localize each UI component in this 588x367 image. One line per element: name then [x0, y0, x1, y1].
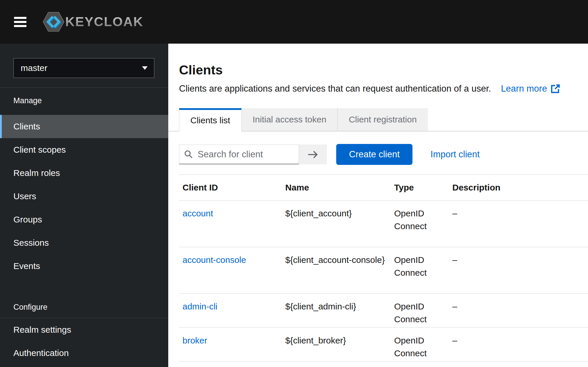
- column-header-description: Description: [449, 183, 588, 193]
- sidebar-item-authentication[interactable]: Authentication: [0, 341, 168, 365]
- clients-table: Client ID Name Type Description account …: [179, 174, 588, 362]
- sidebar-section-configure: Configure: [0, 278, 168, 312]
- page-description-row: Clients are applications and services th…: [179, 83, 588, 95]
- table-row: account ${client_account} OpenID Connect…: [179, 201, 588, 247]
- table-row: broker ${client_broker} OpenID Connect –: [179, 328, 588, 362]
- external-link-icon: [550, 84, 560, 94]
- client-id-link[interactable]: account-console: [179, 247, 282, 293]
- create-client-button[interactable]: Create client: [336, 144, 412, 165]
- top-bar: KEYCLOAK: [0, 0, 588, 44]
- chevron-down-icon: [142, 66, 148, 70]
- sidebar-item-client-scopes[interactable]: Client scopes: [0, 138, 168, 161]
- client-id-link[interactable]: admin-cli: [179, 294, 282, 327]
- search-group: [179, 145, 327, 164]
- client-type: OpenID Connect: [391, 247, 449, 293]
- sidebar-item-groups[interactable]: Groups: [0, 208, 168, 231]
- sidebar-nav-manage: Clients Client scopes Realm roles Users …: [0, 115, 168, 278]
- main-content: Clients Clients are applications and ser…: [168, 44, 588, 367]
- tab-bar: Clients list Initial access token Client…: [168, 108, 588, 131]
- sidebar-item-clients[interactable]: Clients: [0, 115, 168, 138]
- page-layout: master Manage Clients Client scopes Real…: [0, 44, 588, 367]
- client-description: –: [449, 247, 588, 293]
- column-header-name: Name: [282, 183, 391, 193]
- sidebar-item-sessions[interactable]: Sessions: [0, 231, 168, 254]
- arrow-right-icon: [308, 150, 318, 159]
- page-title: Clients: [179, 62, 588, 78]
- table-header-row: Client ID Name Type Description: [179, 174, 588, 201]
- sidebar: master Manage Clients Client scopes Real…: [0, 44, 168, 367]
- keycloak-hexagon-icon: [43, 12, 64, 32]
- client-type: OpenID Connect: [391, 294, 449, 327]
- client-name: ${client_broker}: [282, 328, 391, 361]
- sidebar-nav-configure: Realm settings Authentication: [0, 318, 168, 365]
- keycloak-logo: KEYCLOAK: [43, 12, 144, 32]
- client-name: ${client_account}: [282, 201, 391, 247]
- tab-initial-access-token[interactable]: Initial access token: [242, 108, 337, 131]
- keycloak-admin-console: KEYCLOAK master Manage Clients Client sc…: [0, 0, 588, 367]
- client-description: –: [449, 328, 588, 361]
- realm-selector-value: master: [21, 63, 47, 73]
- tab-clients-list[interactable]: Clients list: [179, 108, 242, 131]
- brand-text: KEYCLOAK: [65, 14, 144, 29]
- tab-bar-filler: [428, 108, 588, 131]
- realm-selector[interactable]: master: [13, 58, 154, 78]
- client-description: –: [449, 294, 588, 327]
- client-name: ${client_account-console}: [282, 247, 391, 293]
- sidebar-section-manage: Manage: [0, 88, 168, 106]
- search-input[interactable]: [197, 149, 294, 160]
- hamburger-menu-icon[interactable]: [14, 17, 26, 27]
- client-id-link[interactable]: broker: [179, 328, 282, 361]
- search-submit-button[interactable]: [299, 145, 327, 164]
- column-header-client-id: Client ID: [179, 183, 282, 193]
- import-client-link[interactable]: Import client: [431, 149, 480, 160]
- search-icon: [184, 150, 193, 159]
- sidebar-item-events[interactable]: Events: [0, 254, 168, 278]
- sidebar-item-realm-roles[interactable]: Realm roles: [0, 161, 168, 185]
- client-type: OpenID Connect: [391, 201, 449, 247]
- table-row: account-console ${client_account-console…: [179, 247, 588, 294]
- column-header-type: Type: [391, 183, 449, 193]
- table-row: admin-cli ${client_admin-cli} OpenID Con…: [179, 294, 588, 328]
- sidebar-item-realm-settings[interactable]: Realm settings: [0, 318, 168, 341]
- client-name: ${client_admin-cli}: [282, 294, 391, 327]
- page-description: Clients are applications and services th…: [179, 83, 491, 95]
- client-type: OpenID Connect: [391, 328, 449, 361]
- client-description: –: [449, 201, 588, 247]
- client-id-link[interactable]: account: [179, 201, 282, 247]
- clients-toolbar: Create client Import client: [179, 144, 588, 165]
- learn-more-link[interactable]: Learn more: [501, 83, 561, 95]
- sidebar-item-users[interactable]: Users: [0, 185, 168, 208]
- tab-bar-lead: [168, 108, 179, 131]
- search-input-wrap: [179, 145, 299, 164]
- tab-client-registration[interactable]: Client registration: [337, 108, 428, 131]
